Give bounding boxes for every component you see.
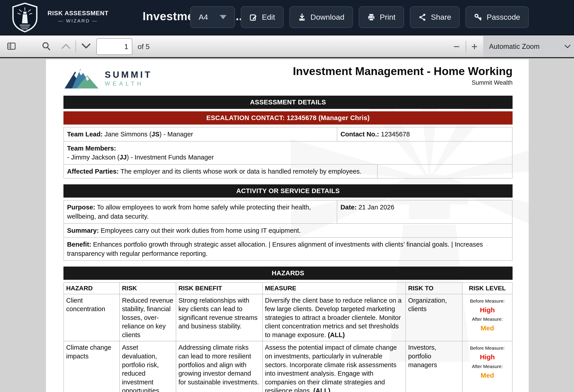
affected-parties-cell: Affected Parties: The employer and its c… <box>64 165 378 178</box>
risk-cell: Asset devaluation, portfolio risk, reduc… <box>120 341 176 392</box>
share-button[interactable]: Share <box>410 6 460 28</box>
company-name: SUMMIT <box>105 70 152 79</box>
pencil-square-icon <box>249 13 257 21</box>
toolbar-divider <box>466 41 466 52</box>
download-button[interactable]: Download <box>289 6 353 28</box>
zoom-in-button[interactable]: + <box>470 41 479 52</box>
edit-button[interactable]: Edit <box>241 6 284 28</box>
print-button[interactable]: Print <box>359 6 404 28</box>
brand-line2: — WIZARD — <box>47 18 108 23</box>
hazard-cell: Client concentration <box>64 294 120 341</box>
pdf-page: SUMMIT WEALTH Investment Management - Ho… <box>46 59 529 392</box>
col-header-risk: RISK <box>120 283 176 294</box>
col-header-risk-benefit: RISK BENEFIT <box>176 283 263 294</box>
table-row: Affected Parties: The employer and its c… <box>64 164 512 178</box>
printer-icon <box>367 13 375 21</box>
col-header-risk-level: RISK LEVEL <box>463 283 512 294</box>
pdf-toolbar: of 5 − + Automatic Zoom <box>0 36 574 58</box>
measure-cell: Diversify the client base to reduce reli… <box>263 294 406 341</box>
assessment-details-table: Team Lead: Jane Simmons (JS) - Manager C… <box>63 127 512 179</box>
after-measure-label: After Measure: <box>465 316 510 322</box>
document-header: SUMMIT WEALTH Investment Management - Ho… <box>63 65 512 90</box>
key-icon <box>474 13 482 21</box>
lighthouse-shield-icon <box>12 3 38 33</box>
hazards-header-row: HAZARD RISK RISK BENEFIT MEASURE RISK TO… <box>64 283 512 294</box>
download-label: Download <box>310 13 344 21</box>
sidebar-toggle-button[interactable] <box>7 41 16 52</box>
passcode-button[interactable]: Passcode <box>466 6 529 28</box>
escalation-contact-bar: ESCALATION CONTACT: 12345678 (Manager Ch… <box>63 111 512 125</box>
risk-level-before-badge: High <box>465 353 510 362</box>
after-measure-label: After Measure: <box>465 363 510 370</box>
risk-level-after-badge: Med <box>465 324 510 333</box>
section-header-activity-details: ACTIVITY OR SERVICE DETAILS <box>63 184 512 198</box>
empty-cell <box>378 165 512 178</box>
next-page-button[interactable] <box>81 42 91 51</box>
table-row: Purpose: To allow employees to work from… <box>64 201 512 223</box>
chevron-up-icon <box>61 42 71 50</box>
assessment-title: Investment Management - Home Working <box>293 65 512 77</box>
assessment-subtitle: Summit Wealth <box>293 79 512 86</box>
company-subname: WEALTH <box>105 81 152 86</box>
page-size-select[interactable]: A4 <box>190 6 235 28</box>
before-measure-label: Before Measure: <box>465 345 510 351</box>
risk-level-before-badge: High <box>465 306 510 315</box>
benefit-cell: Benefit: Enhances portfolio growth throu… <box>64 238 512 260</box>
measure-cell: Assess the potential impact of climate c… <box>263 341 406 392</box>
page-count-label: of 5 <box>138 43 150 51</box>
search-button[interactable] <box>41 41 51 52</box>
risk-to-cell: Organization, clients <box>406 294 463 341</box>
share-nodes-icon <box>418 13 427 21</box>
brand-text: RISK ASSESSMENT — WIZARD — <box>47 10 108 23</box>
section-header-assessment-details: ASSESSMENT DETAILS <box>63 96 512 109</box>
team-members-cell: Team Members: - Jimmy Jackson (JJ) - Inv… <box>64 142 512 164</box>
page-size-value: A4 <box>199 13 208 21</box>
col-header-risk-to: RISK TO <box>406 283 463 294</box>
risk-level-cell: Before Measure: High After Measure: Med <box>463 294 512 341</box>
triangle-down-icon <box>220 15 226 19</box>
col-header-measure: MEASURE <box>263 283 406 294</box>
app-header: RISK ASSESSMENT — WIZARD — Investment Ma… <box>0 0 574 35</box>
hazard-row: Client concentration Reduced revenue sta… <box>64 294 512 341</box>
brand-line1: RISK ASSESSMENT <box>47 10 108 17</box>
table-row: Team Members: - Jimmy Jackson (JJ) - Inv… <box>64 141 512 164</box>
risk-level-after-badge: Med <box>465 371 510 380</box>
download-tray-icon <box>298 13 306 21</box>
chevron-down-icon <box>81 42 91 50</box>
zoom-level-value: Automatic Zoom <box>489 43 540 51</box>
activity-details-table: Purpose: To allow employees to work from… <box>63 200 512 261</box>
passcode-label: Passcode <box>487 13 520 21</box>
section-header-hazards: HAZARDS <box>63 267 512 280</box>
mountain-peaks-icon <box>63 67 102 90</box>
summary-cell: Summary: Employees carry out their work … <box>64 224 512 237</box>
hazard-row: Climate change impacts Asset devaluation… <box>64 341 512 392</box>
magnifier-icon <box>41 41 51 51</box>
edit-label: Edit <box>262 13 275 21</box>
date-cell: Date: 21 Jan 2026 <box>337 201 512 223</box>
risk-benefit-cell: Strong relationships with key clients ca… <box>176 294 263 341</box>
col-header-hazard: HAZARD <box>64 283 120 294</box>
risk-cell: Reduced revenue stability, financial los… <box>120 294 176 341</box>
zoom-out-button[interactable]: − <box>452 41 461 52</box>
risk-level-cell: Before Measure: High After Measure: Med <box>463 341 512 392</box>
toolbar-divider <box>76 41 76 52</box>
print-label: Print <box>380 13 395 21</box>
sidebar-toggle-icon <box>7 41 16 51</box>
share-label: Share <box>431 13 451 21</box>
header-controls: A4 Edit Download Print <box>190 6 529 28</box>
table-row: Summary: Employees carry out their work … <box>64 223 512 237</box>
risk-to-cell: Investors, portfolio managers <box>406 341 463 392</box>
zoom-level-select[interactable]: Automatic Zoom <box>483 36 574 57</box>
purpose-cell: Purpose: To allow employees to work from… <box>64 201 337 223</box>
hazard-cell: Climate change impacts <box>64 341 120 392</box>
team-lead-cell: Team Lead: Jane Simmons (JS) - Manager <box>64 128 337 141</box>
pdf-viewer-area: SUMMIT WEALTH Investment Management - Ho… <box>0 59 574 392</box>
hazards-table: HAZARD RISK RISK BENEFIT MEASURE RISK TO… <box>63 282 512 392</box>
table-row: Team Lead: Jane Simmons (JS) - Manager C… <box>64 128 512 141</box>
previous-page-button[interactable] <box>61 42 71 51</box>
before-measure-label: Before Measure: <box>465 298 510 304</box>
company-logo: SUMMIT WEALTH <box>63 67 152 90</box>
page-number-input[interactable] <box>96 38 132 55</box>
table-row: Benefit: Enhances portfolio growth throu… <box>64 237 512 260</box>
chevron-down-icon <box>564 44 571 49</box>
